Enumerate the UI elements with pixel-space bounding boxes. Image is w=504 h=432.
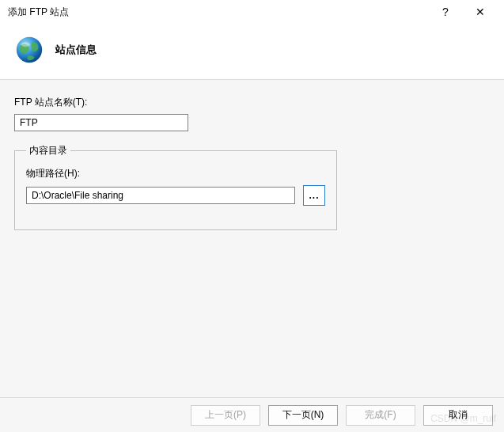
site-name-row: FTP 站点名称(T):	[14, 96, 490, 131]
globe-icon	[14, 35, 44, 65]
content-dir-group: 内容目录 物理路径(H): ...	[14, 144, 337, 230]
physical-path-input[interactable]	[26, 187, 295, 204]
site-name-input[interactable]	[14, 114, 188, 131]
wizard-content: FTP 站点名称(T): 内容目录 物理路径(H): ...	[0, 80, 504, 407]
svg-point-1	[21, 43, 30, 47]
wizard-header: 站点信息	[0, 24, 504, 79]
path-label: 物理路径(H):	[26, 167, 325, 180]
next-button[interactable]: 下一页(N)	[268, 405, 338, 426]
path-row-wrap: 物理路径(H): ...	[26, 167, 325, 206]
window-title: 添加 FTP 站点	[8, 6, 428, 19]
path-row: ...	[26, 185, 325, 206]
page-title: 站点信息	[55, 43, 97, 57]
titlebar: 添加 FTP 站点 ? ✕	[0, 0, 504, 24]
prev-button[interactable]: 上一页(P)	[191, 405, 260, 426]
wizard-footer: 上一页(P) 下一页(N) 完成(F) 取消	[0, 397, 504, 432]
help-button[interactable]: ?	[428, 6, 463, 18]
cancel-button[interactable]: 取消	[423, 405, 493, 426]
browse-button[interactable]: ...	[303, 185, 325, 206]
close-button[interactable]: ✕	[463, 6, 498, 18]
finish-button[interactable]: 完成(F)	[346, 405, 415, 426]
content-dir-legend: 内容目录	[26, 144, 70, 157]
site-name-label: FTP 站点名称(T):	[14, 96, 490, 109]
ellipsis-icon: ...	[309, 190, 319, 201]
